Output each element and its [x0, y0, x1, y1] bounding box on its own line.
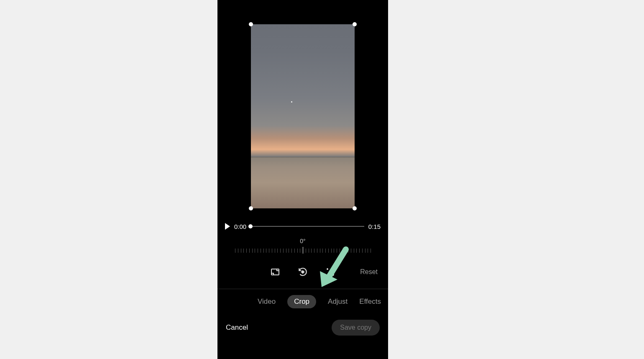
progress-bar[interactable]	[250, 226, 364, 227]
play-button-icon[interactable]	[225, 223, 230, 230]
image-moon	[291, 101, 292, 103]
playback-controls: 0:00 0:15	[225, 221, 381, 232]
tab-effects[interactable]: Effects	[359, 297, 381, 306]
crop-tools-row: Reset	[217, 264, 388, 280]
section-divider	[217, 289, 388, 289]
editor-tabs: Video Crop Adjust Effects	[217, 294, 388, 310]
progress-thumb[interactable]	[248, 224, 253, 228]
crop-handle-top-left[interactable]	[249, 22, 253, 26]
rotate-icon[interactable]	[297, 266, 309, 278]
aspect-ratio-icon[interactable]	[269, 266, 281, 278]
angle-ruler[interactable]	[235, 247, 371, 254]
transform-icon[interactable]	[325, 266, 336, 278]
current-time: 0:00	[234, 223, 246, 230]
video-preview[interactable]	[251, 24, 355, 208]
svg-rect-0	[271, 269, 279, 275]
angle-value: 0°	[217, 238, 388, 244]
tab-crop[interactable]: Crop	[287, 295, 316, 308]
bottom-actions: Cancel Save copy	[217, 317, 388, 338]
photo-editor-screen: 0:00 0:15 0°	[217, 0, 388, 359]
crop-handle-bottom-left[interactable]	[249, 206, 253, 210]
straighten-control: 0°	[217, 238, 388, 254]
crop-handle-bottom-right[interactable]	[353, 206, 357, 210]
image-horizon	[251, 157, 355, 157]
reset-button[interactable]: Reset	[360, 268, 378, 276]
image-sea	[251, 157, 355, 208]
crop-frame[interactable]	[251, 24, 355, 208]
tab-adjust[interactable]: Adjust	[328, 297, 348, 306]
tab-video[interactable]: Video	[258, 297, 276, 306]
crop-handle-top-right[interactable]	[353, 22, 357, 26]
duration-time: 0:15	[368, 223, 381, 230]
cancel-button[interactable]: Cancel	[226, 323, 248, 332]
save-copy-button[interactable]: Save copy	[332, 320, 380, 336]
svg-rect-1	[301, 270, 304, 274]
